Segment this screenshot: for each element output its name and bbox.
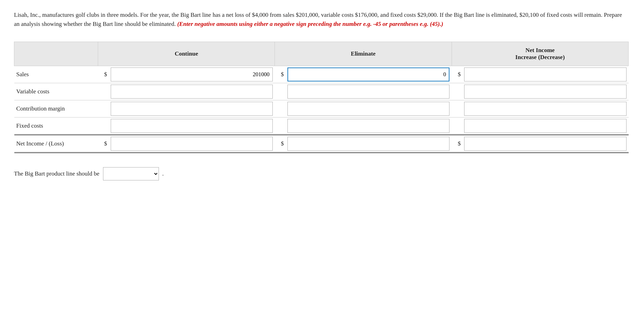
continue-dollar-2 bbox=[98, 100, 109, 117]
intro-paragraph: Lisah, Inc., manufactures golf clubs in … bbox=[14, 10, 625, 29]
net-input-cell-0[interactable] bbox=[462, 66, 628, 83]
header-net-income: Net Income Increase (Decrease) bbox=[452, 42, 628, 66]
eliminate-dollar-4: $ bbox=[275, 135, 285, 152]
continue-input-2[interactable] bbox=[111, 102, 273, 116]
eliminate-input-cell-2[interactable] bbox=[285, 100, 452, 117]
continue-dollar-0: $ bbox=[98, 66, 109, 83]
continue-input-0[interactable] bbox=[111, 67, 273, 81]
table-row: Sales$$$ bbox=[14, 66, 629, 83]
continue-input-1[interactable] bbox=[111, 85, 273, 99]
net-dollar-0: $ bbox=[452, 66, 462, 83]
net-input-2[interactable] bbox=[464, 102, 626, 116]
net-dollar-4: $ bbox=[452, 135, 462, 152]
row-label-3: Fixed costs bbox=[14, 117, 98, 135]
header-net-income-line2: Increase (Decrease) bbox=[515, 54, 565, 60]
eliminate-dollar-0: $ bbox=[275, 66, 285, 83]
empty-header bbox=[14, 42, 98, 66]
period: . bbox=[162, 170, 164, 177]
net-input-4[interactable] bbox=[464, 137, 626, 151]
header-eliminate: Eliminate bbox=[275, 42, 452, 66]
eliminate-input-0[interactable] bbox=[287, 67, 449, 81]
table-row: Variable costs bbox=[14, 83, 629, 100]
header-continue: Continue bbox=[98, 42, 275, 66]
bottom-section: The Big Bart product line should be cont… bbox=[14, 167, 630, 180]
continue-dollar-1 bbox=[98, 83, 109, 100]
row-label-0: Sales bbox=[14, 66, 98, 83]
eliminate-input-cell-0[interactable] bbox=[285, 66, 452, 83]
net-input-1[interactable] bbox=[464, 85, 626, 99]
row-label-1: Variable costs bbox=[14, 83, 98, 100]
row-label-4: Net Income / (Loss) bbox=[14, 135, 98, 152]
intro-italic-red: (Enter negative amounts using either a n… bbox=[177, 21, 443, 27]
eliminate-input-1[interactable] bbox=[287, 85, 449, 99]
row-label-2: Contribution margin bbox=[14, 100, 98, 117]
eliminate-input-2[interactable] bbox=[287, 102, 449, 116]
product-line-dropdown[interactable]: continuedeliminated bbox=[103, 167, 159, 180]
eliminate-input-cell-4[interactable] bbox=[285, 135, 452, 152]
eliminate-input-3[interactable] bbox=[287, 119, 449, 133]
eliminate-dollar-2 bbox=[275, 100, 285, 117]
net-input-3[interactable] bbox=[464, 119, 626, 133]
net-dollar-1 bbox=[452, 83, 462, 100]
bottom-label: The Big Bart product line should be bbox=[14, 170, 100, 177]
table-row: Net Income / (Loss)$$$ bbox=[14, 135, 629, 152]
net-input-cell-1[interactable] bbox=[462, 83, 628, 100]
table-row: Contribution margin bbox=[14, 100, 629, 117]
table-header-row: Continue Eliminate Net Income Increase (… bbox=[14, 42, 629, 66]
net-input-cell-4[interactable] bbox=[462, 135, 628, 152]
analysis-table-wrapper: Continue Eliminate Net Income Increase (… bbox=[14, 42, 629, 153]
net-input-0[interactable] bbox=[464, 67, 626, 81]
eliminate-dollar-3 bbox=[275, 117, 285, 135]
net-input-cell-3[interactable] bbox=[462, 117, 628, 135]
continue-input-cell-0[interactable] bbox=[109, 66, 275, 83]
continue-dollar-3 bbox=[98, 117, 109, 135]
continue-dollar-4: $ bbox=[98, 135, 109, 152]
header-net-income-line1: Net Income bbox=[526, 47, 555, 54]
eliminate-input-4[interactable] bbox=[287, 137, 449, 151]
analysis-table: Continue Eliminate Net Income Increase (… bbox=[14, 42, 629, 153]
net-input-cell-2[interactable] bbox=[462, 100, 628, 117]
net-dollar-2 bbox=[452, 100, 462, 117]
eliminate-dollar-1 bbox=[275, 83, 285, 100]
continue-input-cell-3[interactable] bbox=[109, 117, 275, 135]
eliminate-input-cell-1[interactable] bbox=[285, 83, 452, 100]
continue-input-4[interactable] bbox=[111, 137, 273, 151]
continue-input-cell-1[interactable] bbox=[109, 83, 275, 100]
continue-input-cell-2[interactable] bbox=[109, 100, 275, 117]
continue-input-cell-4[interactable] bbox=[109, 135, 275, 152]
continue-input-3[interactable] bbox=[111, 119, 273, 133]
net-dollar-3 bbox=[452, 117, 462, 135]
table-row: Fixed costs bbox=[14, 117, 629, 135]
eliminate-input-cell-3[interactable] bbox=[285, 117, 452, 135]
